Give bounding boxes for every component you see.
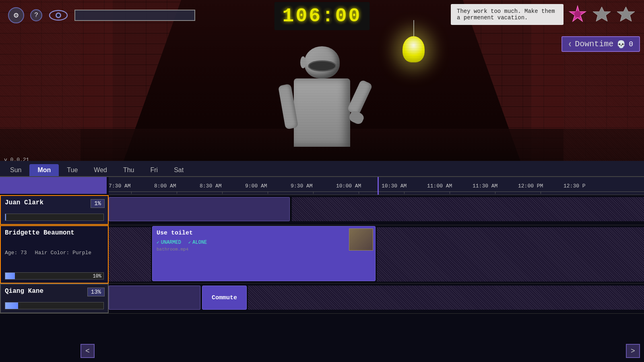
- timeline-bridgette: Use toilet UNARMED ALONE bathroom.mp4: [109, 225, 644, 284]
- static-left-bridgette: [109, 227, 151, 282]
- downtime-count: 0: [629, 40, 633, 48]
- person-info-qiang[interactable]: Qiang Kane 13%: [0, 284, 109, 313]
- help-button[interactable]: ?: [30, 9, 42, 21]
- help-icon: ?: [34, 12, 38, 19]
- static-right-bridgette: [377, 227, 644, 282]
- downtime-panel[interactable]: ❮ Downtime 💀 0: [561, 36, 640, 52]
- activity-commute[interactable]: Commute: [202, 286, 247, 310]
- activity-tags-toilet: UNARMED ALONE: [157, 239, 371, 246]
- downtime-chevron-icon: ❮: [568, 41, 572, 47]
- person-percent-qiang: 13%: [87, 288, 105, 296]
- person-row-juan: Juan Clark 1%: [0, 195, 644, 225]
- svg-point-2: [57, 14, 60, 17]
- person-name-juan: Juan Clark: [5, 199, 104, 206]
- top-hud: ⚙ ? 106:00 They work too much. Make them…: [0, 0, 644, 30]
- time-1230pm: 12:30 P: [564, 183, 586, 189]
- gear-button[interactable]: ⚙: [8, 7, 24, 23]
- time-1130am: 11:30 AM: [473, 183, 497, 189]
- activity-use-toilet[interactable]: Use toilet UNARMED ALONE bathroom.mp4: [152, 226, 376, 281]
- time-900am: 9:00 AM: [245, 183, 267, 189]
- right-arrow-icon: >: [631, 347, 635, 355]
- activity-block-juan-1: [109, 197, 290, 221]
- time-1030am: 10:30 AM: [382, 183, 407, 189]
- nav-right-button[interactable]: >: [626, 344, 640, 358]
- notification-text: They work too much. Make them a permenen…: [457, 8, 555, 21]
- person-row-qiang: Qiang Kane 13% Commute: [0, 284, 644, 314]
- person-percent-juan: 1%: [91, 199, 105, 208]
- time-830am: 8:30 AM: [200, 183, 222, 189]
- badge-1[interactable]: [568, 4, 588, 24]
- person-info-juan[interactable]: Juan Clark 1%: [0, 195, 109, 225]
- badge-area: [568, 4, 636, 24]
- notification-box: They work too much. Make them a permenen…: [451, 4, 564, 25]
- person-progress-label-bridgette: 10%: [93, 273, 101, 280]
- progress-bar-top: [74, 10, 195, 21]
- person-info-bridgette[interactable]: Bridgette Beaumont Age: 73 Hair Color: P…: [0, 225, 109, 284]
- time-1100am: 11:00 AM: [427, 183, 452, 189]
- badge-3[interactable]: [616, 4, 636, 24]
- gear-icon: ⚙: [14, 10, 19, 20]
- tab-mon[interactable]: Mon: [29, 164, 59, 176]
- hud-left-controls: ⚙ ?: [8, 7, 195, 23]
- skull-icon: 💀: [617, 40, 625, 49]
- nav-left-button[interactable]: <: [80, 344, 95, 358]
- activity-block-juan-2: [292, 197, 644, 221]
- day-tabs: Sun Mon Tue Wed Thu Fri Sat: [0, 161, 644, 177]
- time-800am: 8:00 AM: [154, 183, 176, 189]
- person-details-bridgette: Age: 73 Hair Color: Purple: [5, 249, 104, 257]
- svg-point-4: [574, 11, 581, 17]
- time-1000am: 10:00 AM: [336, 183, 361, 189]
- commute-label: Commute: [212, 294, 237, 301]
- time-930am: 9:30 AM: [291, 183, 313, 189]
- person-progress-qiang: [5, 302, 104, 309]
- tab-tue[interactable]: Tue: [59, 164, 86, 176]
- timer-display: 106:00: [275, 2, 370, 30]
- tag-alone: ALONE: [188, 240, 207, 245]
- timeline-qiang: Commute: [109, 284, 644, 313]
- tag-unarmed: UNARMED: [157, 240, 181, 245]
- activity-title-toilet: Use toilet: [157, 230, 371, 237]
- person-hair-label: Hair Color: Purple: [35, 250, 91, 256]
- character-figure: [294, 46, 350, 147]
- person-row-bridgette: Bridgette Beaumont Age: 73 Hair Color: P…: [0, 225, 644, 284]
- tab-thu[interactable]: Thu: [115, 164, 142, 176]
- badge-2[interactable]: [592, 4, 612, 24]
- tab-sat[interactable]: Sat: [166, 164, 192, 176]
- timeline-header: 7:30 AM 8:00 AM 8:30 AM 9:00 AM 9:30 AM …: [109, 177, 644, 195]
- person-progress-juan: [5, 214, 104, 221]
- activity-file-toilet: bathroom.mp4: [157, 247, 371, 252]
- left-arrow-icon: <: [85, 347, 90, 355]
- downtime-label: Downtime: [575, 39, 613, 49]
- time-1200pm: 12:00 PM: [518, 183, 543, 189]
- people-panel: Juan Clark 1% Bridgette Beaumont Age: 73…: [0, 195, 644, 362]
- person-name-bridgette: Bridgette Beaumont: [5, 229, 104, 237]
- activity-thumbnail: [349, 228, 373, 251]
- tab-wed[interactable]: Wed: [86, 164, 115, 176]
- eye-icon: [48, 8, 68, 22]
- timeline-left-bar: [0, 177, 107, 194]
- tab-sun[interactable]: Sun: [2, 164, 29, 176]
- person-age-label: Age: 73: [5, 250, 27, 256]
- activity-qiang-noise: [248, 286, 644, 310]
- activity-qiang-empty: [109, 286, 200, 310]
- tab-fri[interactable]: Fri: [142, 164, 166, 176]
- time-730am: 7:30 AM: [109, 183, 131, 189]
- timeline-juan: [109, 195, 644, 225]
- timer-text: 106:00: [283, 5, 362, 27]
- person-progress-bridgette: 10%: [5, 272, 104, 280]
